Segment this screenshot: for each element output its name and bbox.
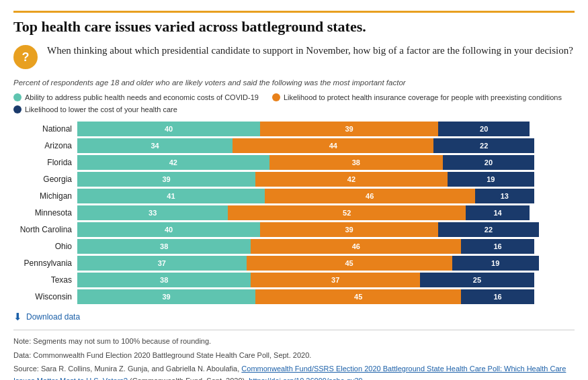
main-container: Top health care issues varied across bat… (0, 0, 588, 380)
bar-group: 394516 (77, 289, 575, 304)
bar-group: 335214 (77, 205, 575, 220)
bar-orange: 45 (247, 256, 452, 271)
bar-navy: 22 (433, 138, 534, 153)
table-row: Minnesota335214 (13, 205, 575, 220)
legend-item-orange: Likelihood to protect health insurance c… (272, 93, 562, 101)
chart-area: National403920Arizona344422Florida423820… (13, 122, 575, 304)
notes-section: Note: Segments may not sum to 100% becau… (13, 336, 575, 380)
bar-navy: 16 (461, 289, 534, 304)
question-box: ? When thinking about which presidential… (13, 44, 575, 69)
row-label: Pennsylvania (13, 258, 77, 268)
legend: Ability to address public health needs a… (13, 93, 575, 113)
row-label: Florida (13, 158, 77, 167)
legend-item-green: Ability to address public health needs a… (13, 93, 259, 101)
bar-orange: 46 (251, 239, 461, 254)
download-row[interactable]: ⬇ Download data (13, 311, 575, 323)
bar-navy: 20 (438, 122, 530, 136)
bar-green: 37 (77, 256, 247, 271)
row-label: Georgia (13, 175, 77, 184)
page-title: Top health care issues varied across bat… (13, 11, 575, 36)
note-data: Data: Commonwealth Fund Election 2020 Ba… (13, 350, 575, 362)
row-label: Arizona (13, 141, 77, 150)
note-rounding: Note: Segments may not sum to 100% becau… (13, 336, 575, 348)
table-row: Pennsylvania374519 (13, 256, 575, 271)
bar-green: 41 (77, 189, 265, 203)
bar-group: 414613 (77, 189, 575, 203)
bar-green: 40 (77, 222, 260, 237)
bar-navy: 19 (452, 256, 539, 271)
legend-label-orange: Likelihood to protect health insurance c… (284, 93, 562, 101)
bar-green: 40 (77, 122, 260, 136)
legend-dot-orange (272, 93, 280, 101)
table-row: National403920 (13, 122, 575, 136)
bar-group: 403922 (77, 222, 575, 237)
doi-link[interactable]: https://doi.org/10.26099/asbc-gv39 (249, 377, 362, 380)
bar-group: 384616 (77, 239, 575, 254)
bar-green: 38 (77, 273, 251, 287)
bar-green: 39 (77, 289, 255, 304)
table-row: North Carolina403922 (13, 222, 575, 237)
row-label: Michigan (13, 191, 77, 201)
bar-group: 383725 (77, 273, 575, 287)
bar-orange: 52 (228, 205, 466, 220)
row-label: Texas (13, 275, 77, 285)
bar-group: 344422 (77, 138, 575, 153)
bar-green: 38 (77, 239, 251, 254)
legend-item-navy: Likelihood to lower the cost of your hea… (13, 105, 177, 113)
download-label[interactable]: Download data (26, 312, 80, 322)
bar-navy: 14 (466, 205, 530, 220)
table-row: Texas383725 (13, 273, 575, 287)
row-label: Wisconsin (13, 292, 77, 301)
bar-green: 39 (77, 172, 255, 187)
row-label: Ohio (13, 242, 77, 251)
bar-navy: 22 (438, 222, 539, 237)
bar-orange: 37 (251, 273, 420, 287)
bar-orange: 42 (255, 172, 448, 187)
question-icon: ? (13, 45, 38, 69)
bar-orange: 38 (269, 155, 443, 170)
divider (13, 330, 575, 330)
legend-label-green: Ability to address public health needs a… (25, 93, 259, 101)
table-row: Florida423820 (13, 155, 575, 170)
bar-navy: 20 (443, 155, 534, 170)
legend-dot-green (13, 93, 22, 101)
question-text: When thinking about which presidential c… (47, 44, 573, 58)
table-row: Wisconsin394516 (13, 289, 575, 304)
bar-navy: 19 (448, 172, 534, 187)
table-row: Michigan414613 (13, 189, 575, 203)
bar-group: 394219 (77, 172, 575, 187)
table-row: Arizona344422 (13, 138, 575, 153)
bar-navy: 25 (420, 273, 534, 287)
bar-group: 374519 (77, 256, 575, 271)
legend-dot-navy (13, 105, 22, 113)
bar-orange: 39 (260, 222, 438, 237)
bar-green: 33 (77, 205, 228, 220)
bar-orange: 39 (260, 122, 438, 136)
legend-label-navy: Likelihood to lower the cost of your hea… (25, 105, 177, 113)
bar-navy: 16 (461, 239, 534, 254)
bar-navy: 13 (475, 189, 534, 203)
chart-subtitle: Percent of respondents age 18 and older … (13, 79, 575, 87)
bar-green: 42 (77, 155, 269, 170)
bar-orange: 46 (265, 189, 475, 203)
note-source: Source: Sara R. Collins, Munira Z. Gunja… (13, 363, 575, 380)
bar-orange: 45 (255, 289, 461, 304)
bar-orange: 44 (233, 138, 433, 153)
row-label: North Carolina (13, 225, 77, 234)
row-label: National (13, 124, 77, 134)
bar-group: 423820 (77, 155, 575, 170)
table-row: Georgia394219 (13, 172, 575, 187)
bar-green: 34 (77, 138, 233, 153)
bar-group: 403920 (77, 122, 575, 136)
table-row: Ohio384616 (13, 239, 575, 254)
download-icon: ⬇ (13, 311, 22, 323)
row-label: Minnesota (13, 208, 77, 218)
